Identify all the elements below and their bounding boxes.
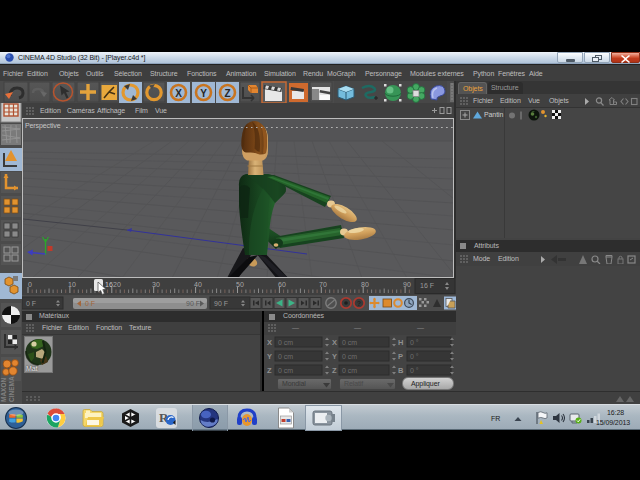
svg-text:MAXON: MAXON [0,378,7,403]
svg-text:40: 40 [194,281,202,288]
svg-text:0 cm: 0 cm [342,367,357,374]
svg-text:Z: Z [267,366,272,375]
svg-text:CINEMA: CINEMA [8,376,15,402]
svg-text:16 F: 16 F [420,282,434,289]
svg-text:0 cm: 0 cm [342,339,357,346]
svg-text:0 cm: 0 cm [278,367,293,374]
svg-text:0 cm: 0 cm [278,353,293,360]
svg-text:?: ? [357,300,361,307]
svg-text:10: 10 [68,281,76,288]
svg-text:0: 0 [28,281,32,288]
svg-text:90 F: 90 F [214,300,228,307]
svg-text:0 °: 0 ° [410,353,419,360]
svg-text:20: 20 [113,281,121,288]
svg-text:0 F: 0 F [26,300,36,307]
svg-text:Y: Y [332,352,337,361]
svg-text:Z: Z [224,88,230,99]
svg-text:P: P [398,352,403,361]
svg-text:X: X [332,338,337,347]
svg-text:30: 30 [152,281,160,288]
svg-text:H: H [398,338,403,347]
svg-text:Y: Y [200,88,207,99]
svg-text:0 cm: 0 cm [342,353,357,360]
svg-text:Z: Z [332,366,337,375]
svg-text:Y: Y [267,352,272,361]
svg-text:60: 60 [278,281,286,288]
svg-text:0 F: 0 F [85,300,95,307]
svg-text:80: 80 [361,281,369,288]
svg-text:B: B [398,366,404,375]
svg-text:0 °: 0 ° [410,367,419,374]
svg-text:X: X [267,338,272,347]
svg-text:50: 50 [236,281,244,288]
svg-text:90 F: 90 F [186,300,200,307]
svg-text:X: X [175,88,182,99]
svg-text:70: 70 [319,281,327,288]
svg-text:0 °: 0 ° [410,339,419,346]
svg-text:90: 90 [403,281,411,288]
svg-text:0 cm: 0 cm [278,339,293,346]
